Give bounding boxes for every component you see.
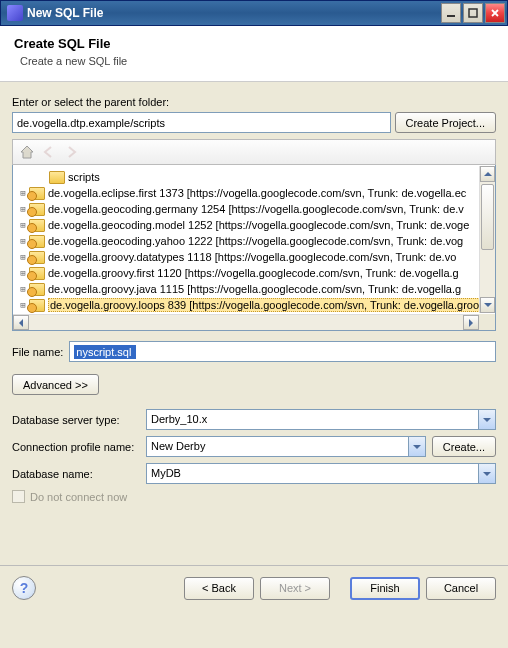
project-icon: [29, 250, 45, 264]
tree-nav: [12, 139, 496, 165]
project-icon: [29, 202, 45, 216]
window-title: New SQL File: [27, 6, 439, 20]
tree-folder-scripts[interactable]: scripts: [17, 169, 495, 185]
parent-folder-label: Enter or select the parent folder:: [12, 96, 496, 108]
tree-item-label: de.vogella.groovy.java 1115 [https://vog…: [48, 283, 461, 295]
do-not-connect-checkbox: [12, 490, 25, 503]
svg-rect-0: [447, 15, 455, 17]
scroll-thumb[interactable]: [481, 184, 494, 250]
filename-label: File name:: [12, 346, 63, 358]
minimize-button[interactable]: [441, 3, 461, 23]
folder-tree[interactable]: scripts ⊞de.vogella.eclipse.first 1373 […: [12, 165, 496, 331]
project-icon: [29, 234, 45, 248]
back-icon[interactable]: [41, 144, 57, 160]
close-button[interactable]: [485, 3, 505, 23]
create-connection-button[interactable]: Create...: [432, 436, 496, 457]
finish-button[interactable]: Finish: [350, 577, 420, 600]
tree-item[interactable]: ⊞de.vogella.eclipse.first 1373 [https://…: [17, 185, 495, 201]
wizard-banner: Create SQL File Create a new SQL file: [0, 26, 508, 82]
chevron-down-icon[interactable]: [408, 437, 425, 456]
scroll-right-button[interactable]: [463, 315, 479, 330]
vertical-scrollbar[interactable]: [479, 166, 495, 313]
project-icon: [29, 218, 45, 232]
combo-value: Derby_10.x: [147, 410, 478, 429]
tree-item[interactable]: ⊞de.vogella.groovy.first 1120 [https://v…: [17, 265, 495, 281]
chevron-down-icon[interactable]: [478, 464, 495, 483]
tree-item-label: de.vogella.groovy.datatypes 1118 [https:…: [48, 251, 456, 263]
tree-item[interactable]: ⊞de.vogella.geocoding.model 1252 [https:…: [17, 217, 495, 233]
banner-heading: Create SQL File: [14, 36, 494, 51]
back-button[interactable]: < Back: [184, 577, 254, 600]
tree-item-label: de.vogella.eclipse.first 1373 [https://v…: [48, 187, 466, 199]
db-server-type-combo[interactable]: Derby_10.x: [146, 409, 496, 430]
tree-item[interactable]: ⊞de.vogella.geocoding.yahoo 1222 [https:…: [17, 233, 495, 249]
project-icon: [29, 266, 45, 280]
tree-item-label: de.vogella.geocoding.model 1252 [https:/…: [48, 219, 469, 231]
tree-item-label: de.vogella.groovy.first 1120 [https://vo…: [48, 267, 459, 279]
tree-item-label: de.vogella.groovy.loops 839 [https://vog…: [48, 298, 494, 312]
forward-icon[interactable]: [63, 144, 79, 160]
scroll-corner: [479, 314, 495, 330]
tree-item[interactable]: ⊞de.vogella.groovy.java 1115 [https://vo…: [17, 281, 495, 297]
db-server-type-label: Database server type:: [12, 414, 140, 426]
combo-value: New Derby: [147, 437, 408, 456]
filename-input[interactable]: [69, 341, 496, 362]
database-name-combo[interactable]: MyDB: [146, 463, 496, 484]
scroll-down-button[interactable]: [480, 297, 495, 313]
banner-subtext: Create a new SQL file: [20, 55, 494, 67]
project-icon: [29, 298, 45, 312]
help-button[interactable]: ?: [12, 576, 36, 600]
tree-item[interactable]: ⊞de.vogella.groovy.loops 839 [https://vo…: [17, 297, 495, 313]
scroll-left-button[interactable]: [13, 315, 29, 330]
database-name-label: Database name:: [12, 468, 140, 480]
advanced-button[interactable]: Advanced >>: [12, 374, 99, 395]
chevron-down-icon[interactable]: [478, 410, 495, 429]
app-icon: [7, 5, 23, 21]
tree-item-label: scripts: [68, 171, 100, 183]
project-icon: [29, 186, 45, 200]
cancel-button[interactable]: Cancel: [426, 577, 496, 600]
home-icon[interactable]: [19, 144, 35, 160]
connection-profile-label: Connection profile name:: [12, 441, 140, 453]
filename-input-text[interactable]: [74, 345, 136, 359]
parent-folder-input[interactable]: [12, 112, 391, 133]
create-project-button[interactable]: Create Project...: [395, 112, 496, 133]
maximize-button[interactable]: [463, 3, 483, 23]
do-not-connect-label: Do not connect now: [30, 491, 127, 503]
window-titlebar: New SQL File: [0, 0, 508, 26]
next-button: Next >: [260, 577, 330, 600]
connection-profile-combo[interactable]: New Derby: [146, 436, 426, 457]
combo-value: MyDB: [147, 464, 478, 483]
folder-icon: [49, 170, 65, 184]
tree-item[interactable]: ⊞de.vogella.groovy.datatypes 1118 [https…: [17, 249, 495, 265]
tree-item-label: de.vogella.geocoding.germany 1254 [https…: [48, 203, 464, 215]
horizontal-scrollbar[interactable]: [13, 314, 479, 330]
tree-item[interactable]: ⊞de.vogella.geocoding.germany 1254 [http…: [17, 201, 495, 217]
svg-rect-1: [469, 9, 477, 17]
tree-item-label: de.vogella.geocoding.yahoo 1222 [https:/…: [48, 235, 463, 247]
scroll-up-button[interactable]: [480, 166, 495, 182]
project-icon: [29, 282, 45, 296]
